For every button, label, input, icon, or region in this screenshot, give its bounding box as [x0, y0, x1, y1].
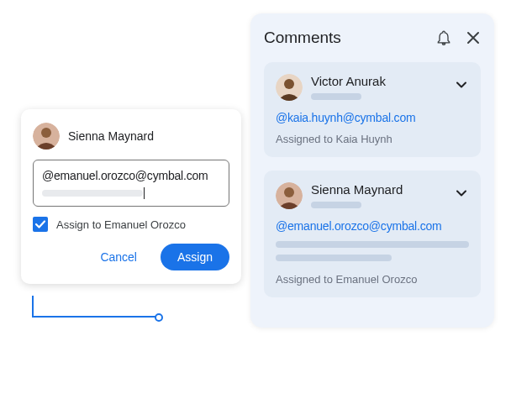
svg-point-5: [284, 187, 294, 197]
connector-line: [32, 296, 160, 318]
author-name: Sienna Maynard: [68, 129, 154, 143]
assign-button[interactable]: Assign: [161, 244, 229, 270]
svg-point-3: [284, 79, 294, 89]
input-placeholder-bar: [42, 190, 143, 197]
comments-panel: Comments Victor Anurak @kaia.huynh@cymba…: [250, 13, 494, 328]
assigned-to-label: Assigned to Emanuel Orozco: [276, 273, 469, 286]
mention-link[interactable]: @kaia.huynh@cymbal.com: [276, 111, 469, 124]
assign-dialog: Sienna Maynard @emanuel.orozco@cymbal.co…: [21, 109, 241, 284]
mention-text: @emanuel.orozco@cymbal.com: [42, 169, 220, 182]
assign-checkbox-row[interactable]: Assign to Emanuel Orozco: [33, 217, 229, 232]
avatar: [33, 123, 60, 150]
chevron-down-icon[interactable]: [454, 77, 469, 96]
comment-card: Sienna Maynard @emanuel.orozco@cymbal.co…: [264, 171, 481, 297]
comment-input[interactable]: @emanuel.orozco@cymbal.com: [33, 160, 229, 207]
bell-icon[interactable]: [435, 29, 452, 46]
mention-link[interactable]: @emanuel.orozco@cymbal.com: [276, 219, 469, 233]
dialog-header: Sienna Maynard: [33, 123, 229, 150]
text-caret: [144, 187, 145, 199]
assigned-to-label: Assigned to Kaia Huynh: [276, 133, 469, 145]
comment-card: Victor Anurak @kaia.huynh@cymbal.com Ass…: [264, 62, 481, 157]
comment-author: Sienna Maynard: [311, 182, 445, 197]
timestamp-placeholder: [311, 202, 361, 208]
svg-point-1: [41, 128, 51, 138]
comment-body-placeholder: [276, 241, 469, 261]
timestamp-placeholder: [311, 93, 361, 100]
checkbox-checked-icon[interactable]: [33, 217, 48, 232]
avatar: [276, 74, 303, 101]
chevron-down-icon[interactable]: [454, 186, 469, 204]
cancel-button[interactable]: Cancel: [83, 244, 154, 270]
panel-title: Comments: [264, 29, 341, 47]
panel-header: Comments: [264, 29, 481, 47]
comment-author: Victor Anurak: [311, 74, 445, 88]
avatar: [276, 182, 303, 209]
connector-handle: [155, 313, 163, 322]
close-icon[interactable]: [466, 30, 481, 45]
dialog-actions: Cancel Assign: [33, 244, 229, 270]
checkbox-label: Assign to Emanuel Orozco: [56, 218, 186, 231]
